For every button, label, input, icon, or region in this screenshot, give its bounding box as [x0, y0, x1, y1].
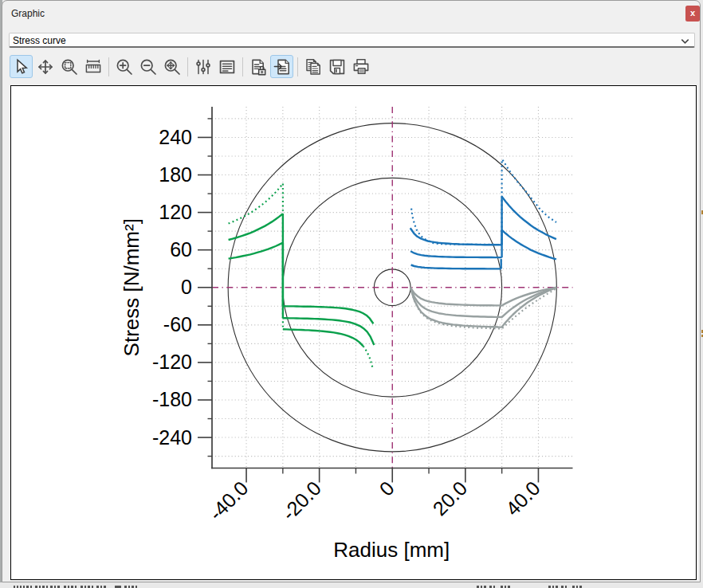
series-right-shaft-curve-upper [410, 228, 502, 245]
doc-lock-icon [249, 57, 268, 76]
y-axis-title: Stress [N/mm²] [120, 218, 143, 356]
graphic-type-value: Stress curve [13, 35, 66, 46]
close-icon: x [690, 8, 695, 18]
chevron-down-icon [679, 35, 691, 50]
x-tick-label: 0 [375, 476, 399, 500]
curve-settings-button[interactable] [191, 55, 214, 78]
zoom-fit-button[interactable] [160, 55, 183, 78]
doc-arrow-icon [273, 57, 292, 76]
text-panel-icon [218, 57, 237, 76]
toolbar-separator [297, 57, 298, 76]
window-title: Graphic [11, 8, 45, 19]
zoom-select-icon [60, 57, 79, 76]
measure-button[interactable] [81, 55, 104, 78]
zoom-out-icon [139, 57, 158, 76]
series-right-hub-curve-max-dotted [503, 160, 556, 222]
toolbar-separator [108, 57, 109, 76]
print-icon [352, 57, 371, 76]
x-tick-label: 40.0 [501, 476, 544, 519]
title-bar[interactable]: Graphic x [2, 1, 700, 27]
series-left-shaft-curve-upper [283, 306, 374, 323]
series-right-hub-curve-upper [502, 197, 556, 240]
y-tick-label: 0 [181, 276, 192, 298]
series-left-hub-curve-lower [229, 243, 283, 259]
copy-icon [304, 57, 323, 76]
x-tick-label: -20.0 [277, 476, 325, 524]
pointer-icon [12, 57, 31, 76]
graphic-type-select[interactable]: Stress curve [9, 33, 695, 48]
y-tick-label: 240 [159, 126, 192, 148]
stress-series [229, 160, 557, 370]
zoom-to-selection-button[interactable] [57, 55, 81, 78]
sliders-icon [194, 57, 213, 76]
crosshair [212, 107, 573, 468]
series-right-shaft-curve-lower [411, 265, 501, 269]
series-right-radial-stress-large [410, 288, 556, 327]
stress-curve-chart[interactable]: 240180120600-60-120-180-240-40.0-20.0020… [11, 86, 696, 579]
y-tick-label: -120 [152, 351, 192, 373]
y-tick-label: 60 [170, 238, 192, 261]
y-tick-label: -240 [152, 426, 192, 449]
toolbar [10, 55, 373, 78]
background-app-bottom-sliver [0, 582, 703, 588]
save-button[interactable] [325, 55, 348, 78]
series-right-shaft-curve-mid [410, 251, 502, 257]
y-tick-label: -180 [152, 388, 192, 410]
lock-graphic-button[interactable] [246, 55, 269, 78]
axes [198, 107, 573, 483]
zoom-out-button[interactable] [136, 55, 159, 78]
pan-move-button[interactable] [33, 55, 57, 78]
print-button[interactable] [349, 55, 372, 78]
y-tick-label: 180 [159, 163, 192, 186]
properties-button[interactable] [215, 55, 238, 78]
save-icon [328, 57, 347, 76]
chart-panel: 240180120600-60-120-180-240-40.0-20.0020… [10, 85, 697, 580]
graphic-window: Graphic x Stress curve 240180120600-60-1… [2, 0, 701, 582]
zoom-in-button[interactable] [112, 55, 135, 78]
y-tick-label: -60 [163, 313, 192, 335]
series-left-hub-curve-max-dotted [229, 184, 283, 224]
move-icon [36, 57, 55, 76]
toolbar-separator [242, 57, 243, 76]
series-left-shaft-curve-deep-tail-dotted [363, 346, 373, 369]
auto-update-button[interactable] [270, 55, 293, 78]
y-tick-label: 120 [159, 201, 192, 223]
zoom-fit-icon [163, 57, 182, 76]
x-tick-label: 20.0 [428, 476, 471, 519]
close-button[interactable]: x [685, 6, 700, 22]
toolbar-separator [187, 57, 188, 76]
zoom-in-icon [115, 57, 134, 76]
series-right-radial-stress-small [410, 288, 556, 306]
copy-button[interactable] [301, 55, 324, 78]
select-pointer-button[interactable] [10, 55, 33, 78]
x-axis-title: Radius [mm] [333, 538, 450, 562]
x-tick-label: -40.0 [204, 476, 252, 524]
ruler-icon [84, 57, 103, 76]
